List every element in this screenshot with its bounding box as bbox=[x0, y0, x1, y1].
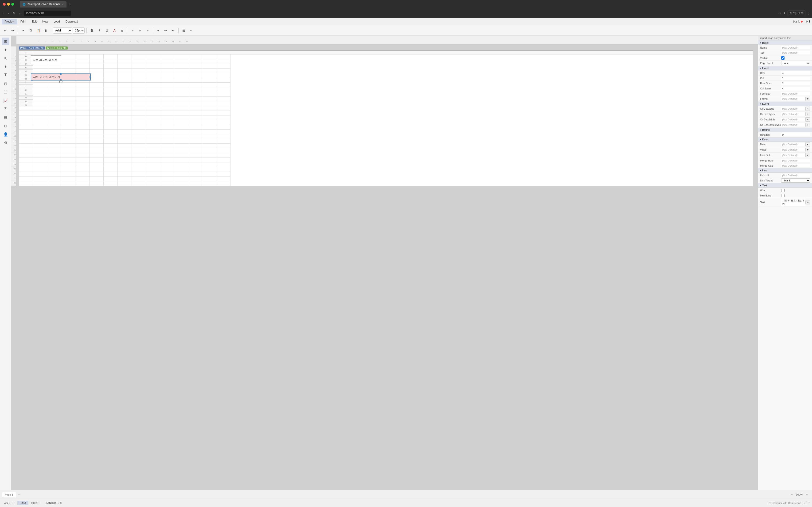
sidebar-icon-shapes[interactable]: ✦ bbox=[2, 46, 9, 54]
grid-cell[interactable] bbox=[216, 176, 231, 181]
grid-cell[interactable] bbox=[90, 92, 104, 97]
grid-cell[interactable] bbox=[132, 54, 146, 59]
grid-cell[interactable] bbox=[118, 92, 132, 97]
grid-cell[interactable] bbox=[202, 64, 216, 68]
grid-cell[interactable] bbox=[160, 64, 174, 68]
grid-cell[interactable] bbox=[61, 64, 75, 68]
grid-cell[interactable] bbox=[75, 92, 90, 97]
grid-cell[interactable] bbox=[188, 144, 202, 148]
grid-cell[interactable] bbox=[118, 73, 132, 78]
grid-row-3[interactable] bbox=[19, 64, 753, 68]
grid-cell[interactable] bbox=[188, 134, 202, 139]
grid-cell[interactable] bbox=[216, 158, 231, 162]
grid-cell[interactable] bbox=[202, 92, 216, 97]
grid-cell[interactable] bbox=[202, 153, 216, 158]
grid-cell[interactable] bbox=[216, 111, 231, 115]
grid-cell[interactable] bbox=[160, 158, 174, 162]
grid-cell[interactable] bbox=[19, 139, 33, 144]
grid-cell[interactable] bbox=[146, 153, 160, 158]
grid-cell[interactable] bbox=[19, 134, 33, 139]
grid-cell[interactable] bbox=[90, 97, 104, 101]
grid-cell[interactable] bbox=[90, 167, 104, 172]
menu-icon[interactable]: ⋮ bbox=[807, 11, 810, 15]
font-size-select[interactable]: 15px bbox=[73, 27, 85, 34]
value-btn[interactable]: ▼ bbox=[805, 148, 810, 152]
grid-cell[interactable] bbox=[104, 78, 118, 82]
grid-cell[interactable] bbox=[90, 82, 104, 87]
grid-cell[interactable] bbox=[132, 92, 146, 97]
grid-row-26[interactable] bbox=[19, 172, 753, 176]
grid-cell[interactable] bbox=[19, 129, 33, 134]
download-icon[interactable]: ⬇ bbox=[783, 11, 786, 15]
grid-cell[interactable] bbox=[61, 139, 75, 144]
grid-cell[interactable] bbox=[104, 101, 118, 106]
outdent-button[interactable]: ⇤ bbox=[170, 27, 176, 34]
grid-cell[interactable] bbox=[174, 172, 188, 176]
grid-cell[interactable] bbox=[146, 158, 160, 162]
grid-cell[interactable] bbox=[118, 153, 132, 158]
menu-new[interactable]: New bbox=[40, 19, 50, 24]
reload-button[interactable]: ↻ bbox=[11, 10, 16, 16]
grid-row-18[interactable] bbox=[19, 134, 753, 139]
grid-cell[interactable] bbox=[75, 54, 90, 59]
grid-cell[interactable] bbox=[132, 115, 146, 120]
grid-cell[interactable] bbox=[202, 87, 216, 92]
grid-cell[interactable] bbox=[188, 139, 202, 144]
grid-cell[interactable] bbox=[61, 68, 75, 73]
link-target-select[interactable]: _blank bbox=[781, 178, 810, 183]
grid-cell[interactable] bbox=[174, 162, 188, 167]
fullscreen-icon[interactable]: ⛶ bbox=[804, 501, 807, 505]
grid-cell[interactable] bbox=[160, 125, 174, 129]
grid-cell[interactable] bbox=[104, 162, 118, 167]
sidebar-icon-settings[interactable]: ⚙ bbox=[2, 139, 9, 147]
grid-cell[interactable] bbox=[160, 101, 174, 106]
grid-cell[interactable] bbox=[118, 120, 132, 125]
grid-cell[interactable] bbox=[118, 139, 132, 144]
grid-cell[interactable] bbox=[146, 64, 160, 68]
grid-cell[interactable] bbox=[174, 73, 188, 78]
grid-cell[interactable] bbox=[90, 162, 104, 167]
grid-cell[interactable] bbox=[132, 101, 146, 106]
grid-cell[interactable] bbox=[19, 125, 33, 129]
grid-cell[interactable] bbox=[47, 82, 61, 87]
grid-cell[interactable] bbox=[75, 167, 90, 172]
grid-cell[interactable] bbox=[104, 129, 118, 134]
grid-cell[interactable] bbox=[33, 148, 47, 153]
section-data[interactable]: Data bbox=[758, 137, 812, 142]
grid-cell[interactable] bbox=[47, 115, 61, 120]
grid-cell[interactable] bbox=[146, 176, 160, 181]
grid-cell[interactable] bbox=[33, 101, 47, 106]
grid-cell[interactable] bbox=[188, 106, 202, 111]
grid-cell[interactable] bbox=[90, 139, 104, 144]
grid-cell[interactable] bbox=[104, 82, 118, 87]
grid-cell[interactable] bbox=[202, 162, 216, 167]
grid-cell[interactable] bbox=[174, 87, 188, 92]
grid-row-2[interactable] bbox=[19, 59, 753, 64]
bold-button[interactable]: B bbox=[89, 27, 95, 34]
grid-cell[interactable] bbox=[47, 97, 61, 101]
grid-cell[interactable] bbox=[19, 106, 33, 111]
sidebar-icon-list[interactable]: ☰ bbox=[2, 88, 9, 96]
grid-cell[interactable] bbox=[216, 106, 231, 111]
grid-cell[interactable] bbox=[132, 139, 146, 144]
grid-cell[interactable] bbox=[90, 120, 104, 125]
grid-cell[interactable] bbox=[47, 87, 61, 92]
grid-cell[interactable] bbox=[202, 106, 216, 111]
sidebar-icon-layers[interactable]: ⊞ bbox=[2, 38, 9, 45]
grid-cell[interactable] bbox=[61, 153, 75, 158]
grid-cell[interactable] bbox=[188, 78, 202, 82]
grid-cell[interactable] bbox=[118, 115, 132, 120]
grid-cell[interactable] bbox=[174, 101, 188, 106]
text-box-1[interactable]: 시트 리포트 테스트 bbox=[31, 55, 61, 64]
tab-languages[interactable]: LANGUAGES bbox=[44, 501, 64, 505]
grid-cell[interactable] bbox=[202, 78, 216, 82]
redo-button[interactable]: ↪ bbox=[9, 27, 16, 34]
grid-cell[interactable] bbox=[118, 148, 132, 153]
tab-script[interactable]: SCRIPT bbox=[29, 501, 43, 505]
grid-cell[interactable] bbox=[90, 115, 104, 120]
multi-line-checkbox[interactable] bbox=[781, 194, 784, 197]
grid-cell[interactable] bbox=[75, 106, 90, 111]
grid-cell[interactable] bbox=[132, 106, 146, 111]
tab-data[interactable]: DATA bbox=[17, 501, 29, 505]
grid-cell[interactable] bbox=[132, 68, 146, 73]
